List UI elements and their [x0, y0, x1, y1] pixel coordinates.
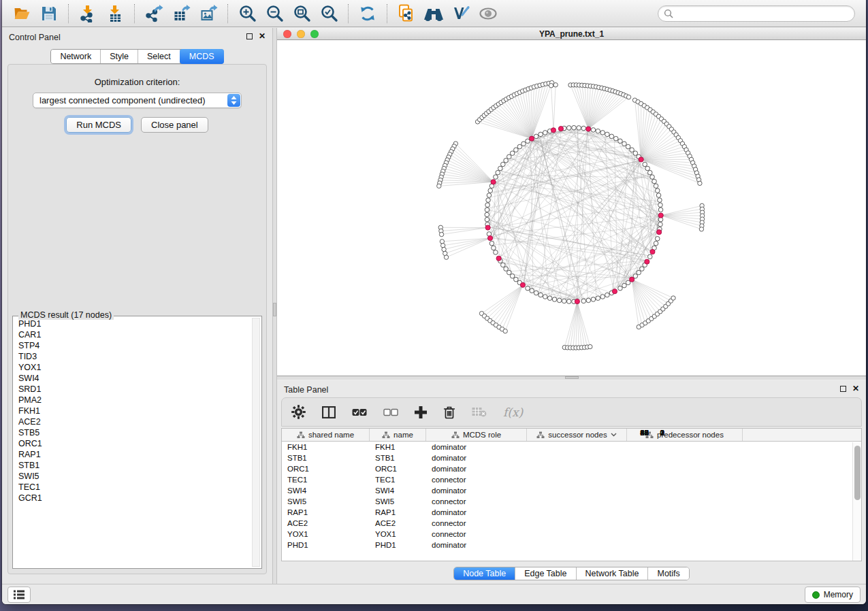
horizontal-splitter[interactable] — [277, 376, 866, 380]
list-item[interactable]: TEC1 — [15, 482, 251, 493]
split-view-button[interactable] — [322, 406, 336, 418]
zoom-selected-button[interactable] — [316, 2, 342, 25]
export-table-button[interactable] — [168, 2, 194, 25]
search-input[interactable] — [673, 9, 849, 18]
memory-button[interactable]: Memory — [805, 587, 861, 603]
zoom-fit-button[interactable] — [289, 2, 315, 25]
tab-style[interactable]: Style — [101, 50, 138, 63]
table-cell: PHD1 — [370, 541, 426, 549]
list-item[interactable]: STB1 — [15, 460, 251, 471]
search-box[interactable] — [658, 5, 855, 22]
open-file-button[interactable] — [9, 2, 35, 25]
unselect-all-button[interactable] — [383, 408, 398, 416]
apply-function-button[interactable]: f(x) — [503, 406, 523, 419]
export-image-button[interactable] — [195, 2, 221, 25]
close-panel-icon[interactable]: ✕ — [852, 385, 859, 392]
list-item[interactable]: RAP1 — [15, 449, 251, 460]
table-panel: Table Panel ✕ f(x) s — [277, 380, 866, 584]
find-button[interactable] — [421, 2, 447, 25]
column-header-shared-name[interactable]: shared name — [282, 429, 370, 441]
task-history-button[interactable] — [7, 587, 31, 603]
tab-edge-table[interactable]: Edge Table — [515, 567, 576, 580]
import-network-button[interactable] — [75, 2, 101, 25]
list-item[interactable]: ORC1 — [15, 438, 251, 449]
refresh-button[interactable] — [355, 2, 381, 25]
delete-column-button[interactable] — [443, 406, 455, 419]
tab-node-table[interactable]: Node Table — [454, 567, 515, 580]
scrollbar-thumb[interactable] — [854, 446, 861, 500]
list-item[interactable]: STB5 — [15, 427, 251, 438]
network-graph[interactable] — [277, 40, 866, 376]
add-column-button[interactable] — [415, 406, 427, 418]
table-scrollbar[interactable] — [852, 442, 861, 561]
optimization-criterion-select[interactable]: largest connected component (undirected) — [33, 93, 242, 108]
checked-boxes-icon — [352, 408, 367, 416]
app-window: Control Panel ✕ NetworkStyleSelectMCDS O… — [2, 0, 866, 604]
float-panel-icon[interactable] — [246, 33, 253, 39]
vertical-splitter[interactable] — [272, 28, 277, 584]
select-value: largest connected component (undirected) — [33, 95, 227, 105]
list-item[interactable]: YOX1 — [15, 362, 251, 373]
list-item[interactable]: PMA2 — [15, 395, 251, 406]
list-item[interactable]: CAR1 — [15, 329, 251, 340]
level-of-detail-button[interactable] — [475, 2, 501, 25]
tab-select[interactable]: Select — [138, 50, 180, 63]
list-item[interactable]: PHD1 — [15, 318, 251, 329]
zoom-fit-icon — [293, 4, 311, 22]
run-mcds-button[interactable]: Run MCDS — [66, 117, 131, 133]
list-item[interactable]: SRD1 — [15, 384, 251, 395]
table-cell: RAP1 — [282, 508, 370, 516]
table-row[interactable]: PHD1PHD1dominator180 — [282, 540, 861, 550]
zoom-in-button[interactable] — [234, 2, 260, 25]
list-item[interactable]: SWI4 — [15, 373, 251, 384]
tab-network-table[interactable]: Network Table — [577, 567, 649, 580]
new-network-from-selection-button[interactable] — [393, 2, 419, 25]
tab-mcds[interactable]: MCDS — [180, 49, 224, 64]
mcds-list-scrollbar[interactable] — [252, 318, 260, 567]
node-table: shared namenameMCDS rolesuccessor nodesp… — [281, 428, 862, 561]
right-area: YPA_prune.txt_1 Table Panel ✕ — [277, 28, 866, 584]
column-header-MCDS-role[interactable]: MCDS role — [426, 429, 527, 441]
list-item[interactable]: TID3 — [15, 351, 251, 362]
table-cell: STB1 — [370, 454, 426, 462]
tab-network[interactable]: Network — [51, 50, 101, 63]
list-item[interactable]: STP4 — [15, 340, 251, 351]
splitter-grip[interactable] — [273, 303, 276, 316]
column-header-name[interactable]: name — [370, 429, 426, 441]
table-cell: STB1 — [282, 454, 370, 462]
table-cell: ACE2 — [282, 519, 370, 527]
save-session-button[interactable] — [36, 2, 62, 25]
zoom-out-button[interactable] — [261, 2, 287, 25]
style-button[interactable] — [448, 2, 474, 25]
control-panel-header: Control Panel ✕ — [2, 28, 272, 46]
tab-motifs[interactable]: Motifs — [648, 567, 688, 580]
minimize-window-icon[interactable] — [297, 30, 305, 38]
network-canvas[interactable] — [277, 40, 866, 376]
zoom-in-icon — [238, 4, 257, 22]
list-item[interactable]: ACE2 — [15, 416, 251, 427]
export-table-icon — [172, 5, 191, 22]
select-all-button[interactable] — [352, 408, 367, 416]
table-settings-button[interactable] — [291, 405, 306, 419]
list-item[interactable]: GCR1 — [15, 493, 251, 503]
close-window-icon[interactable] — [283, 30, 291, 38]
splitter-grip[interactable] — [565, 376, 579, 379]
list-item[interactable]: SWI5 — [15, 471, 251, 482]
maximize-window-icon[interactable] — [310, 30, 319, 38]
task-list-icon — [13, 589, 25, 600]
close-panel-button[interactable]: Close panel — [141, 117, 208, 133]
network-from-selection-icon — [398, 4, 415, 22]
attribute-tree-icon — [382, 431, 390, 439]
zoom-out-icon — [266, 4, 284, 22]
import-table-button[interactable] — [102, 2, 128, 25]
float-panel-icon[interactable] — [840, 386, 846, 392]
optimization-criterion-label: Optimization criterion: — [8, 77, 266, 87]
list-item[interactable]: FKH1 — [15, 406, 251, 416]
table-tabs: Node TableEdge TableNetwork TableMotifs — [277, 567, 866, 580]
network-window-titlebar[interactable]: YPA_prune.txt_1 — [277, 28, 866, 40]
export-network-button[interactable] — [141, 2, 167, 25]
close-panel-icon[interactable]: ✕ — [259, 33, 266, 39]
table-panel-title: Table Panel — [284, 385, 328, 395]
delete-table-button[interactable] — [472, 407, 487, 417]
column-header-filler — [743, 429, 861, 441]
